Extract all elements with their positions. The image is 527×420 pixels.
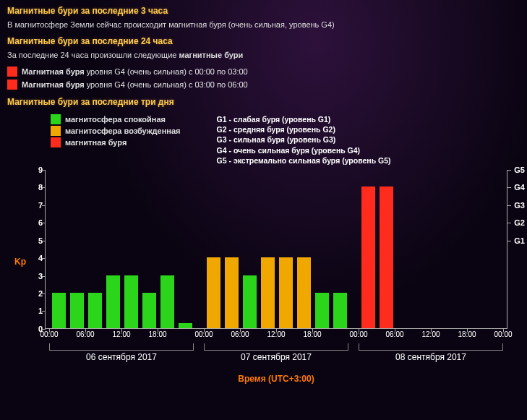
g-tick-label: G3	[514, 201, 525, 210]
x-axis: 00:0006:0012:0018:0000:0006:0012:0018:00…	[45, 329, 507, 374]
bar	[279, 257, 294, 328]
bar	[261, 257, 275, 328]
bar	[315, 293, 330, 328]
y-tick-label: 6	[31, 218, 43, 227]
chart-legend: магнитосфера спокойная магнитосфера возб…	[51, 114, 520, 166]
desc-last-24h: За последние 24 часа произошли следующие…	[7, 51, 520, 59]
bar	[124, 275, 139, 328]
heading-last-24h: Магнитные бури за последние 24 часа	[7, 36, 520, 46]
y-tick-mark	[42, 170, 46, 171]
bar	[70, 293, 85, 328]
bar	[106, 275, 121, 328]
legend-swatch-red	[51, 137, 61, 147]
list-item: Магнитная буря уровня G4 (очень сильная)…	[7, 80, 520, 90]
x-tick-label: 18:00	[303, 330, 321, 338]
legend-item-calm: магнитосфера спокойная	[51, 114, 181, 124]
bar	[142, 293, 157, 328]
x-tick-label: 12:00	[267, 330, 285, 338]
kp-chart: Kp 0123456789G1G2G3G4G5 00:0006:0012:001…	[19, 170, 520, 384]
x-tick-label: 00:00	[349, 330, 367, 338]
y-tick-mark	[42, 276, 46, 277]
day-bracket: 07 сентября 2017	[204, 343, 348, 364]
y-tick-label: 5	[31, 236, 43, 245]
storm-text: Магнитная буря уровня G4 (очень сильная)…	[22, 67, 248, 76]
bar	[297, 257, 312, 328]
g-tick-label: G2	[514, 218, 525, 227]
y-tick-mark	[42, 205, 46, 206]
y-tick-label: 3	[31, 272, 43, 280]
x-tick-label: 00:00	[494, 330, 512, 338]
bar	[179, 323, 193, 328]
bar	[160, 275, 175, 328]
g-level-line: G5 - экстремально сильная буря (уровень …	[217, 155, 391, 166]
x-tick-label: 06:00	[231, 330, 249, 338]
g-level-line: G4 - очень сильная буря (уровень G4)	[217, 145, 391, 155]
x-tick-label: 00:00	[40, 330, 58, 338]
day-label: 07 сентября 2017	[204, 352, 348, 362]
bar	[207, 257, 221, 328]
legend-swatch-orange	[51, 126, 61, 136]
y-tick-label: 9	[31, 166, 43, 174]
legend-swatch-green	[51, 114, 61, 124]
plot-area: 0123456789G1G2G3G4G5	[45, 170, 507, 329]
y-tick-label: 8	[31, 183, 43, 192]
desc-24h-bold: магнитные бури	[179, 51, 243, 59]
g-tick-mark	[507, 170, 511, 171]
bars-container	[46, 170, 507, 328]
x-tick-label: 06:00	[76, 330, 94, 338]
heading-last-3d: Магнитные бури за последние три дня	[7, 97, 520, 107]
g-level-line: G3 - сильная буря (уровень G3)	[217, 134, 391, 145]
g-tick-label: G1	[514, 236, 525, 245]
g-tick-mark	[507, 241, 511, 241]
storm-tail: уровня G4 (очень сильная) с 00:00 по 03:…	[85, 67, 248, 76]
storm-color-swatch	[7, 67, 17, 77]
list-item: Магнитная буря уровня G4 (очень сильная)…	[7, 67, 520, 77]
legend-g-levels: G1 - слабая буря (уровень G1) G2 - средн…	[217, 114, 391, 166]
storm-tail: уровня G4 (очень сильная) с 03:00 по 06:…	[85, 80, 248, 89]
legend-label: магнитная буря	[65, 138, 127, 147]
y-tick-label: 4	[31, 254, 43, 262]
g-tick-label: G4	[514, 183, 525, 192]
y-axis-label: Kp	[14, 257, 26, 267]
g-tick-mark	[507, 223, 511, 223]
y-tick-mark	[42, 187, 46, 188]
g-level-line: G1 - слабая буря (уровень G1)	[217, 114, 391, 124]
g-tick-mark	[507, 187, 511, 188]
x-tick-label: 18:00	[458, 330, 476, 338]
storm-text: Магнитная буря уровня G4 (очень сильная)…	[22, 80, 248, 89]
x-tick-label: 18:00	[148, 330, 166, 338]
bar	[380, 187, 394, 328]
bracket-line	[204, 343, 348, 351]
y-tick-mark	[42, 258, 46, 259]
x-tick-label: 12:00	[112, 330, 130, 338]
legend-item-storm: магнитная буря	[51, 137, 181, 147]
y-tick-mark	[42, 223, 46, 223]
bracket-line	[49, 343, 194, 351]
y-tick-mark	[42, 311, 46, 312]
desc-last-3h: В магнитосфере Земли сейчас происходит м…	[7, 20, 520, 29]
bar	[243, 275, 257, 328]
bar	[88, 293, 103, 328]
storm-bold: Магнитная буря	[22, 67, 85, 76]
legend-label: магнитосфера возбужденная	[65, 127, 181, 135]
y-tick-label: 2	[31, 289, 43, 298]
legend-states: магнитосфера спокойная магнитосфера возб…	[51, 114, 181, 166]
storm-bold: Магнитная буря	[22, 80, 85, 89]
day-bracket: 06 сентября 2017	[49, 343, 194, 364]
day-label: 06 сентября 2017	[49, 352, 194, 362]
day-label: 08 сентября 2017	[359, 352, 503, 362]
x-axis-label: Время (UTC+3:00)	[45, 374, 507, 384]
storm-color-swatch	[7, 80, 17, 90]
y-tick-mark	[42, 241, 46, 241]
legend-label: магнитосфера спокойная	[65, 115, 166, 124]
bracket-line	[359, 343, 503, 351]
g-level-line: G2 - средняя буря (уровень G2)	[217, 124, 391, 134]
bar	[225, 257, 239, 328]
bar	[52, 293, 67, 328]
x-tick-label: 00:00	[194, 330, 213, 338]
storm-list: Магнитная буря уровня G4 (очень сильная)…	[7, 67, 520, 90]
bar	[333, 293, 348, 328]
x-tick-label: 12:00	[421, 330, 440, 338]
x-tick-label: 06:00	[385, 330, 403, 338]
heading-last-3h: Магнитные бури за последние 3 часа	[7, 6, 520, 16]
